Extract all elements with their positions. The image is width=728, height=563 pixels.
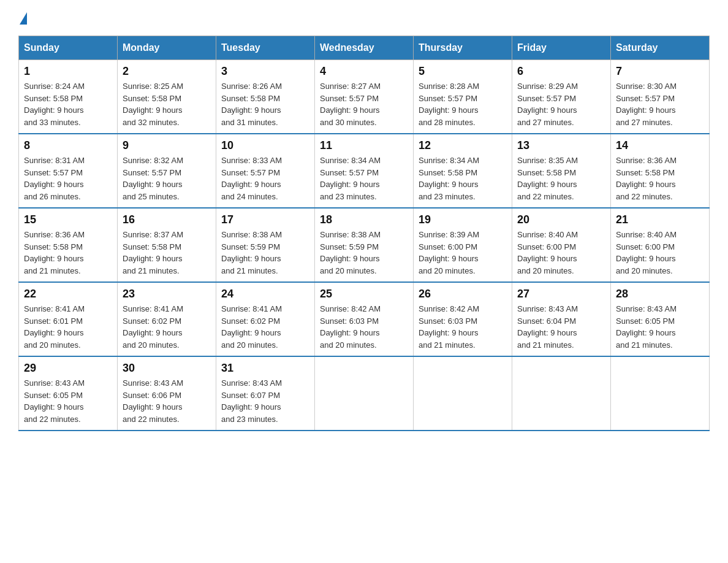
day-info: Sunrise: 8:42 AM Sunset: 6:03 PM Dayligh… (320, 303, 408, 351)
day-number: 27 (517, 288, 605, 301)
page-header (18, 12, 710, 23)
day-info: Sunrise: 8:39 AM Sunset: 6:00 PM Dayligh… (419, 229, 507, 277)
calendar-cell: 30 Sunrise: 8:43 AM Sunset: 6:06 PM Dayl… (118, 356, 216, 431)
calendar-cell: 19 Sunrise: 8:39 AM Sunset: 6:00 PM Dayl… (414, 208, 512, 282)
day-number: 20 (517, 213, 605, 226)
column-header-friday: Friday (512, 36, 611, 60)
day-info: Sunrise: 8:32 AM Sunset: 5:57 PM Dayligh… (123, 155, 211, 202)
day-info: Sunrise: 8:28 AM Sunset: 5:57 PM Dayligh… (419, 80, 507, 128)
day-number: 5 (419, 65, 507, 78)
day-number: 4 (320, 65, 408, 78)
day-info: Sunrise: 8:38 AM Sunset: 5:59 PM Dayligh… (221, 229, 309, 277)
column-header-monday: Monday (118, 36, 216, 60)
calendar-cell: 2 Sunrise: 8:25 AM Sunset: 5:58 PM Dayli… (118, 60, 216, 134)
calendar-header-row: SundayMondayTuesdayWednesdayThursdayFrid… (19, 36, 710, 60)
day-info: Sunrise: 8:40 AM Sunset: 6:00 PM Dayligh… (517, 229, 605, 277)
logo (18, 12, 27, 23)
calendar-cell: 15 Sunrise: 8:36 AM Sunset: 5:58 PM Dayl… (19, 208, 118, 282)
day-info: Sunrise: 8:41 AM Sunset: 6:01 PM Dayligh… (24, 303, 112, 351)
day-info: Sunrise: 8:42 AM Sunset: 6:03 PM Dayligh… (419, 303, 507, 351)
day-info: Sunrise: 8:34 AM Sunset: 5:57 PM Dayligh… (320, 155, 408, 202)
day-number: 11 (320, 139, 408, 152)
week-row-2: 8 Sunrise: 8:31 AM Sunset: 5:57 PM Dayli… (19, 134, 710, 208)
calendar-cell (611, 356, 710, 431)
column-header-saturday: Saturday (611, 36, 710, 60)
calendar-cell: 26 Sunrise: 8:42 AM Sunset: 6:03 PM Dayl… (414, 282, 512, 356)
day-info: Sunrise: 8:29 AM Sunset: 5:57 PM Dayligh… (517, 80, 605, 128)
day-number: 6 (517, 65, 605, 78)
day-info: Sunrise: 8:31 AM Sunset: 5:57 PM Dayligh… (24, 155, 112, 202)
day-number: 12 (419, 139, 507, 152)
day-number: 21 (616, 213, 704, 226)
day-info: Sunrise: 8:43 AM Sunset: 6:07 PM Dayligh… (221, 377, 309, 425)
day-number: 10 (221, 139, 309, 152)
day-info: Sunrise: 8:35 AM Sunset: 5:58 PM Dayligh… (517, 155, 605, 202)
day-number: 25 (320, 288, 408, 301)
day-number: 7 (616, 65, 704, 78)
calendar-cell: 4 Sunrise: 8:27 AM Sunset: 5:57 PM Dayli… (315, 60, 414, 134)
day-info: Sunrise: 8:30 AM Sunset: 5:57 PM Dayligh… (616, 80, 704, 128)
day-number: 24 (221, 288, 309, 301)
day-info: Sunrise: 8:38 AM Sunset: 5:59 PM Dayligh… (320, 229, 408, 277)
day-number: 28 (616, 288, 704, 301)
calendar-cell: 27 Sunrise: 8:43 AM Sunset: 6:04 PM Dayl… (512, 282, 611, 356)
calendar-cell: 25 Sunrise: 8:42 AM Sunset: 6:03 PM Dayl… (315, 282, 414, 356)
calendar-cell: 9 Sunrise: 8:32 AM Sunset: 5:57 PM Dayli… (118, 134, 216, 208)
day-info: Sunrise: 8:43 AM Sunset: 6:05 PM Dayligh… (616, 303, 704, 351)
calendar-cell: 8 Sunrise: 8:31 AM Sunset: 5:57 PM Dayli… (19, 134, 118, 208)
calendar-cell: 21 Sunrise: 8:40 AM Sunset: 6:00 PM Dayl… (611, 208, 710, 282)
day-info: Sunrise: 8:34 AM Sunset: 5:58 PM Dayligh… (419, 155, 507, 202)
day-info: Sunrise: 8:27 AM Sunset: 5:57 PM Dayligh… (320, 80, 408, 128)
day-number: 31 (221, 362, 309, 375)
day-number: 15 (24, 213, 112, 226)
day-info: Sunrise: 8:36 AM Sunset: 5:58 PM Dayligh… (24, 229, 112, 277)
calendar-cell: 14 Sunrise: 8:36 AM Sunset: 5:58 PM Dayl… (611, 134, 710, 208)
day-info: Sunrise: 8:43 AM Sunset: 6:05 PM Dayligh… (24, 377, 112, 425)
day-info: Sunrise: 8:41 AM Sunset: 6:02 PM Dayligh… (123, 303, 211, 351)
day-info: Sunrise: 8:36 AM Sunset: 5:58 PM Dayligh… (616, 155, 704, 202)
calendar-cell: 6 Sunrise: 8:29 AM Sunset: 5:57 PM Dayli… (512, 60, 611, 134)
calendar-cell (315, 356, 414, 431)
column-header-thursday: Thursday (414, 36, 512, 60)
day-info: Sunrise: 8:24 AM Sunset: 5:58 PM Dayligh… (24, 80, 112, 128)
day-number: 26 (419, 288, 507, 301)
day-number: 14 (616, 139, 704, 152)
calendar-cell: 24 Sunrise: 8:41 AM Sunset: 6:02 PM Dayl… (216, 282, 315, 356)
day-info: Sunrise: 8:26 AM Sunset: 5:58 PM Dayligh… (221, 80, 309, 128)
calendar-cell: 13 Sunrise: 8:35 AM Sunset: 5:58 PM Dayl… (512, 134, 611, 208)
day-number: 3 (221, 65, 309, 78)
calendar-cell: 5 Sunrise: 8:28 AM Sunset: 5:57 PM Dayli… (414, 60, 512, 134)
week-row-4: 22 Sunrise: 8:41 AM Sunset: 6:01 PM Dayl… (19, 282, 710, 356)
day-info: Sunrise: 8:43 AM Sunset: 6:04 PM Dayligh… (517, 303, 605, 351)
day-number: 1 (24, 65, 112, 78)
day-info: Sunrise: 8:37 AM Sunset: 5:58 PM Dayligh… (123, 229, 211, 277)
week-row-3: 15 Sunrise: 8:36 AM Sunset: 5:58 PM Dayl… (19, 208, 710, 282)
calendar-cell: 12 Sunrise: 8:34 AM Sunset: 5:58 PM Dayl… (414, 134, 512, 208)
day-number: 2 (123, 65, 211, 78)
calendar-cell: 11 Sunrise: 8:34 AM Sunset: 5:57 PM Dayl… (315, 134, 414, 208)
calendar-cell: 20 Sunrise: 8:40 AM Sunset: 6:00 PM Dayl… (512, 208, 611, 282)
calendar-cell: 16 Sunrise: 8:37 AM Sunset: 5:58 PM Dayl… (118, 208, 216, 282)
calendar-cell (512, 356, 611, 431)
week-row-5: 29 Sunrise: 8:43 AM Sunset: 6:05 PM Dayl… (19, 356, 710, 431)
logo-triangle-icon (20, 12, 27, 25)
calendar-cell: 23 Sunrise: 8:41 AM Sunset: 6:02 PM Dayl… (118, 282, 216, 356)
day-info: Sunrise: 8:25 AM Sunset: 5:58 PM Dayligh… (123, 80, 211, 128)
day-number: 16 (123, 213, 211, 226)
day-number: 17 (221, 213, 309, 226)
day-number: 9 (123, 139, 211, 152)
calendar-cell: 18 Sunrise: 8:38 AM Sunset: 5:59 PM Dayl… (315, 208, 414, 282)
day-number: 22 (24, 288, 112, 301)
day-info: Sunrise: 8:43 AM Sunset: 6:06 PM Dayligh… (123, 377, 211, 425)
day-info: Sunrise: 8:40 AM Sunset: 6:00 PM Dayligh… (616, 229, 704, 277)
day-number: 19 (419, 213, 507, 226)
calendar-cell: 29 Sunrise: 8:43 AM Sunset: 6:05 PM Dayl… (19, 356, 118, 431)
day-number: 18 (320, 213, 408, 226)
calendar-table: SundayMondayTuesdayWednesdayThursdayFrid… (18, 36, 710, 431)
week-row-1: 1 Sunrise: 8:24 AM Sunset: 5:58 PM Dayli… (19, 60, 710, 134)
day-number: 13 (517, 139, 605, 152)
day-number: 23 (123, 288, 211, 301)
calendar-cell: 22 Sunrise: 8:41 AM Sunset: 6:01 PM Dayl… (19, 282, 118, 356)
day-info: Sunrise: 8:41 AM Sunset: 6:02 PM Dayligh… (221, 303, 309, 351)
day-info: Sunrise: 8:33 AM Sunset: 5:57 PM Dayligh… (221, 155, 309, 202)
